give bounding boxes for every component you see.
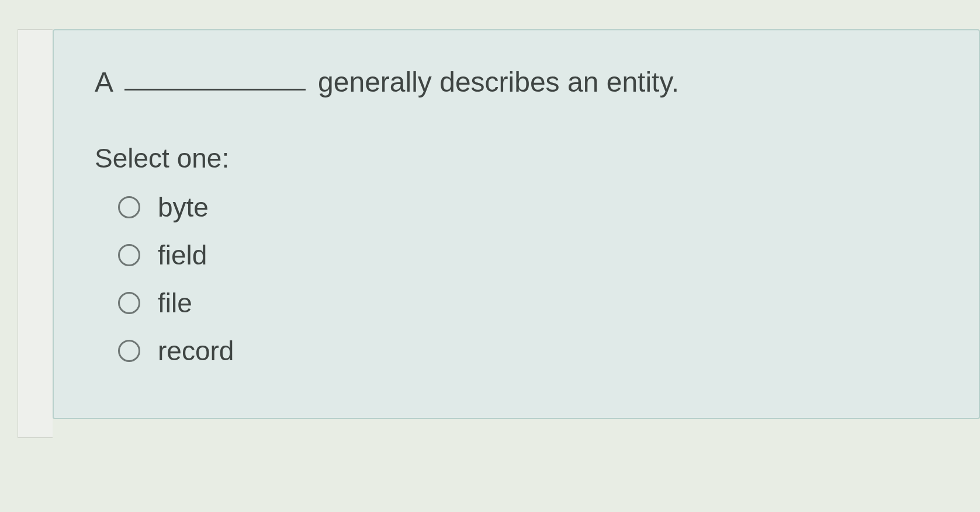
option-record[interactable]: record	[118, 335, 944, 367]
option-label: record	[158, 335, 234, 367]
question-text: A generally describes an entity.	[95, 62, 944, 102]
question-box: A generally describes an entity. Select …	[53, 29, 980, 419]
radio-icon[interactable]	[118, 244, 140, 266]
question-prefix: A	[95, 67, 112, 97]
radio-icon[interactable]	[118, 292, 140, 314]
radio-icon[interactable]	[118, 196, 140, 218]
question-blank	[124, 89, 306, 90]
option-file[interactable]: file	[118, 287, 944, 319]
question-suffix: generally describes an entity.	[318, 67, 679, 97]
option-label: file	[158, 287, 192, 319]
option-field[interactable]: field	[118, 239, 944, 271]
option-label: field	[158, 239, 207, 271]
option-label: byte	[158, 191, 209, 223]
radio-icon[interactable]	[118, 340, 140, 362]
select-prompt: Select one:	[95, 142, 944, 174]
options-list: byte field file record	[95, 191, 944, 367]
side-panel	[18, 29, 53, 438]
option-byte[interactable]: byte	[118, 191, 944, 223]
